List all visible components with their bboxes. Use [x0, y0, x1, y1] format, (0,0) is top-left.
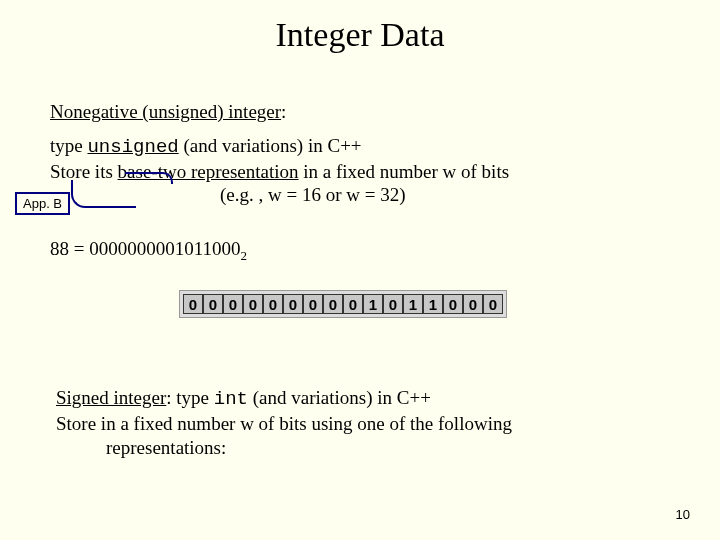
bit-cell: 0	[483, 294, 503, 314]
bit-cell: 1	[423, 294, 443, 314]
type-line: type unsigned (and variations) in C++	[50, 134, 680, 160]
bit-cell: 0	[223, 294, 243, 314]
bit-cell: 0	[183, 294, 203, 314]
bit-cell: 0	[343, 294, 363, 314]
page-number: 10	[676, 507, 690, 522]
slide: Integer Data Nonegative (unsigned) integ…	[0, 0, 720, 540]
eq-lhs: 88 =	[50, 238, 89, 259]
bit-cells-image: 0000000001011000	[179, 290, 507, 318]
bit-cell: 0	[463, 294, 483, 314]
int-keyword: int	[214, 388, 248, 410]
body-text: Nonegative (unsigned) integer: type unsi…	[50, 100, 680, 183]
colon: :	[281, 101, 286, 122]
eq-bits: 0000000001011000	[89, 238, 240, 259]
equation-88: 88 = 00000000010110002	[50, 238, 247, 264]
bit-cell: 0	[283, 294, 303, 314]
signed-line3: representations:	[106, 436, 680, 460]
appendix-b-box: App. B	[15, 192, 70, 215]
bit-cell: 0	[323, 294, 343, 314]
type-prefix: type	[50, 135, 87, 156]
eq-subscript: 2	[241, 248, 248, 263]
signed-type-suffix: (and variations) in C++	[248, 387, 431, 408]
bit-cell: 0	[383, 294, 403, 314]
nonnegative-heading: Nonegative (unsigned) integer:	[50, 100, 680, 124]
signed-section: Signed integer: type int (and variations…	[56, 386, 680, 459]
unsigned-keyword: unsigned	[87, 136, 178, 158]
signed-type-prefix: type	[172, 387, 214, 408]
bit-cell: 0	[303, 294, 323, 314]
connector-line	[71, 180, 136, 208]
example-wbits: (e.g. , w = 16 or w = 32)	[220, 184, 406, 206]
store-suffix: in a fixed number w of bits	[299, 161, 510, 182]
bit-cell: 0	[443, 294, 463, 314]
type-suffix: (and variations) in C++	[179, 135, 362, 156]
signed-heading: Signed integer	[56, 387, 166, 408]
signed-line2: Store in a fixed number w of bits using …	[56, 412, 680, 436]
bit-cell: 0	[203, 294, 223, 314]
bit-cell: 0	[263, 294, 283, 314]
bit-cell: 1	[403, 294, 423, 314]
bit-row: 0000000001011000	[183, 294, 503, 314]
nonnegative-heading-text: Nonegative (unsigned) integer	[50, 101, 281, 122]
slide-title: Integer Data	[0, 16, 720, 54]
signed-line1: Signed integer: type int (and variations…	[56, 386, 680, 412]
bit-cell: 0	[243, 294, 263, 314]
bit-cell: 1	[363, 294, 383, 314]
store-prefix: Store its	[50, 161, 118, 182]
